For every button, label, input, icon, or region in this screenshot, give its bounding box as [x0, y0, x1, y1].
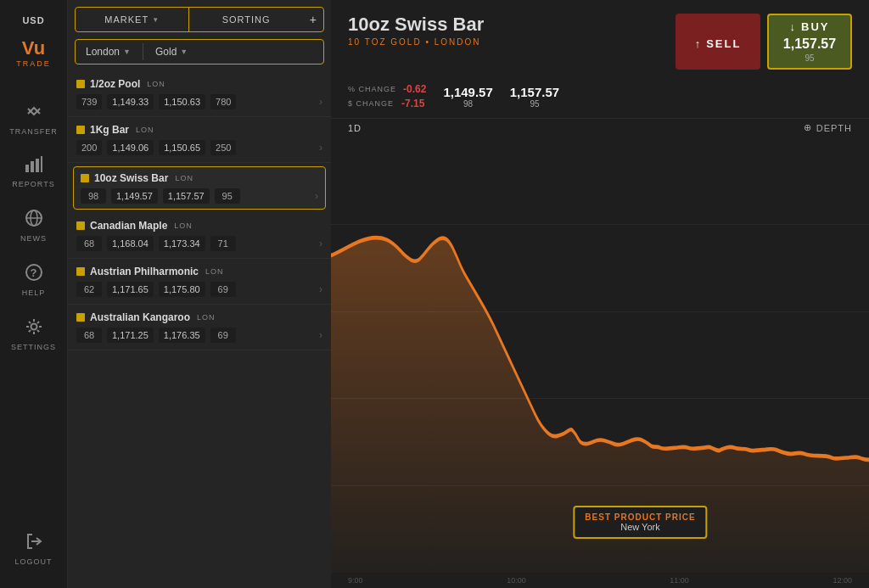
- depth-button[interactable]: ⊕ DEPTH: [804, 122, 852, 133]
- price-chart-svg: [331, 137, 869, 573]
- time-label: 12:00: [833, 576, 852, 585]
- add-tab-button[interactable]: +: [303, 8, 323, 31]
- product-arrow-icon: ›: [319, 329, 322, 341]
- product-prices-row: 681,171.251,176.3569›: [76, 328, 322, 343]
- price-cell: 71: [210, 236, 236, 251]
- metal-value: Gold: [155, 46, 177, 58]
- product-prices-row: 621,171.651,175.8069›: [76, 282, 322, 297]
- buy-arrow-icon: ↓: [790, 20, 798, 33]
- market-tab[interactable]: MARKET ▼: [76, 9, 188, 30]
- product-exchange: LON: [136, 126, 154, 134]
- logo: Vu: [16, 39, 51, 58]
- depth-label: DEPTH: [816, 123, 852, 133]
- sidebar-label-transfer: TRANSFER: [9, 127, 58, 136]
- settings-icon: [25, 317, 43, 340]
- product-prices-row: 7391,149.331,150.63780›: [76, 94, 322, 109]
- product-exchange: LON: [205, 267, 224, 276]
- price-cell: 1,176.35: [159, 328, 205, 343]
- price-cell: 69: [210, 328, 236, 343]
- sidebar-item-transfer[interactable]: TRANSFER: [0, 95, 67, 143]
- sell-arrow-icon: ↑: [695, 37, 703, 50]
- product-arrow-icon: ›: [319, 142, 322, 154]
- product-item[interactable]: 1Kg BarLON2001,149.061,150.65250›: [68, 117, 331, 163]
- metal-chevron-icon: ▼: [180, 48, 188, 56]
- product-prices-row: 981,149.571,157.5795›: [81, 188, 318, 204]
- metal-selector[interactable]: Gold ▼: [152, 43, 191, 60]
- location-chevron-icon: ▼: [123, 48, 131, 56]
- market-chevron-icon: ▼: [152, 16, 160, 24]
- sidebar-item-reports[interactable]: REPORTS: [0, 149, 67, 195]
- percent-change-label: % CHANGE: [348, 85, 396, 93]
- dollar-change-value: -7.15: [401, 98, 424, 109]
- price-cell: 62: [76, 282, 102, 297]
- price-cell: 250: [210, 140, 236, 155]
- svg-rect-3: [41, 156, 42, 172]
- product-exchange: LON: [147, 80, 165, 88]
- product-name: Canadian Maple: [90, 220, 167, 232]
- time-label: 9:00: [348, 576, 363, 585]
- transfer-icon: [25, 102, 43, 125]
- product-item[interactable]: Canadian MapleLON681,168.041,173.3471›: [68, 213, 331, 259]
- buy-button-label: ↓ BUY: [790, 15, 830, 35]
- chart-header: 10oz Swiss Bar 10 TOZ GOLD • LONDON ↑ SE…: [331, 0, 869, 78]
- svg-text:?: ?: [30, 266, 37, 279]
- chart-title: 10oz Swiss Bar: [348, 14, 659, 36]
- sidebar-label-settings: SETTINGS: [11, 343, 56, 351]
- product-arrow-icon: ›: [319, 238, 322, 249]
- chart-title-block: 10oz Swiss Bar 10 TOZ GOLD • LONDON: [348, 14, 659, 47]
- buy-count: 95: [805, 53, 814, 68]
- sidebar: USD Vu TRADE TRANSFER REPORTS: [0, 0, 68, 588]
- product-dot: [76, 313, 85, 322]
- sorting-tab[interactable]: SORTING: [189, 9, 302, 30]
- buy-button[interactable]: ↓ BUY 1,157.57 95: [767, 14, 852, 70]
- product-name: 1/2oz Pool: [90, 78, 140, 90]
- logout-icon: [25, 532, 43, 555]
- main-content: MARKET ▼ SORTING + London ▼ Gold ▼: [68, 0, 869, 588]
- sell-price-value: 1,149.57: [443, 85, 492, 99]
- product-name: Austrian Philharmonic: [90, 266, 199, 277]
- product-dot: [76, 221, 85, 230]
- product-name: Australian Kangaroo: [90, 311, 190, 323]
- sidebar-item-news[interactable]: NEWS: [0, 202, 67, 249]
- sorting-tab-label: SORTING: [222, 14, 271, 25]
- chart-subtitle: 10 TOZ GOLD • LONDON: [348, 37, 659, 47]
- product-name: 1Kg Bar: [90, 124, 129, 136]
- sidebar-label-news: NEWS: [20, 234, 47, 243]
- product-dot: [76, 267, 85, 276]
- svg-rect-0: [25, 165, 29, 172]
- dollar-change-row: $ CHANGE -7.15: [348, 98, 426, 109]
- price-cell: 1,157.57: [163, 188, 210, 204]
- price-cell: 1,173.34: [159, 236, 205, 251]
- trade-buttons: ↑ SELL ↓ BUY 1,157.57 95: [676, 14, 852, 70]
- price-cell: 1,149.33: [107, 94, 154, 109]
- buy-price-count: 95: [530, 99, 539, 109]
- price-cell: 69: [210, 282, 236, 297]
- market-tab-label: MARKET: [104, 14, 149, 25]
- time-period-selector[interactable]: 1D: [348, 123, 362, 133]
- sidebar-item-logout[interactable]: LOGOUT: [0, 525, 67, 573]
- sell-button-label: ↑ SELL: [695, 32, 742, 52]
- price-cell: 1,175.80: [159, 282, 205, 297]
- product-item[interactable]: 1/2oz PoolLON7391,149.331,150.63780›: [68, 71, 331, 117]
- reports-icon: [25, 156, 43, 177]
- product-item[interactable]: Austrian PhilharmonicLON621,171.651,175.…: [68, 259, 331, 305]
- price-cell: 1,150.65: [159, 140, 205, 155]
- price-cell: 68: [76, 328, 102, 343]
- sidebar-item-settings[interactable]: SETTINGS: [0, 311, 67, 358]
- product-name: 10oz Swiss Bar: [94, 172, 168, 184]
- price-cell: 1,149.06: [107, 140, 154, 155]
- product-arrow-icon: ›: [319, 96, 322, 108]
- product-item[interactable]: Australian KangarooLON681,171.251,176.35…: [68, 305, 331, 350]
- buy-price-value: 1,157.57: [510, 85, 559, 99]
- help-icon: ?: [25, 263, 43, 286]
- price-change-row: % CHANGE -0.62 $ CHANGE -7.15 1,149.57 9…: [331, 78, 869, 118]
- sell-button[interactable]: ↑ SELL: [676, 14, 760, 70]
- location-value: London: [86, 46, 120, 58]
- price-cell: 739: [76, 94, 102, 109]
- location-selector[interactable]: London ▼: [82, 43, 134, 60]
- price-cell: 1,171.25: [107, 328, 154, 343]
- product-item[interactable]: 10oz Swiss BarLON981,149.571,157.5795›: [73, 166, 326, 210]
- product-exchange: LON: [174, 221, 193, 230]
- sell-price-count: 98: [463, 99, 473, 109]
- sidebar-item-help[interactable]: ? HELP: [0, 256, 67, 304]
